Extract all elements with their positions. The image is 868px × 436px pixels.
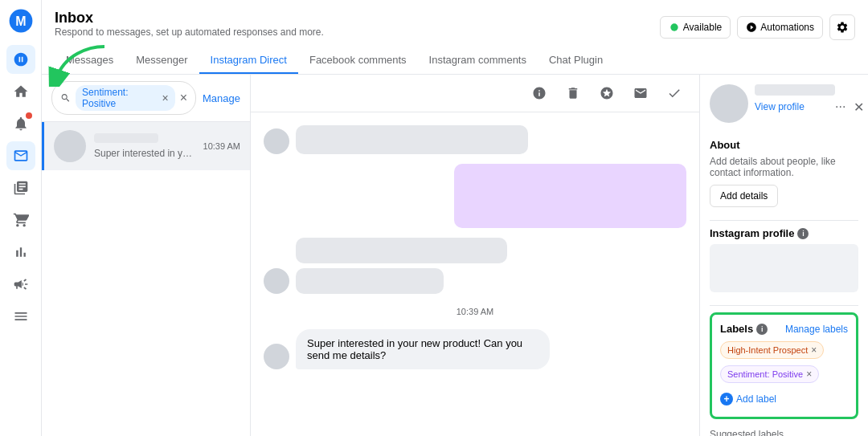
label-tag-remove-0[interactable]: × <box>811 344 817 356</box>
automations-button[interactable]: Automations <box>737 16 823 39</box>
close-panel-button[interactable]: ✕ <box>849 97 868 116</box>
tab-messenger[interactable]: Messenger <box>125 47 199 74</box>
info-toolbar-icon[interactable] <box>527 81 551 105</box>
instagram-profile-section: Instagram profile i <box>710 227 858 292</box>
meta-logo[interactable]: M <box>6 6 35 35</box>
label-tag-sentiment[interactable]: Sentiment: Positive × <box>720 365 819 383</box>
add-details-button[interactable]: Add details <box>710 185 778 207</box>
sidebar-item-notifications[interactable] <box>6 109 35 138</box>
labels-list: High-Intent Prospect × Sentiment: Positi… <box>720 341 848 386</box>
profile-top: View profile <box>710 84 835 123</box>
header-actions: Available Automations <box>660 14 855 40</box>
label-tag-text-0: High-Intent Prospect <box>727 345 808 355</box>
star-toolbar-icon[interactable] <box>595 81 619 105</box>
manage-labels-link[interactable]: Manage labels <box>785 324 848 335</box>
chat-messages: 10:39 AM Super interested in your new pr… <box>251 112 699 436</box>
divider-1 <box>710 220 858 221</box>
bubble-placeholder-2 <box>296 238 507 263</box>
suggested-labels-title: Suggested labels <box>710 429 858 436</box>
sidebar-item-messages[interactable] <box>6 45 35 74</box>
search-icon <box>60 92 71 104</box>
bubble-avatar-2 <box>264 268 289 294</box>
label-item-0: High-Intent Prospect × <box>720 341 848 362</box>
add-label-button[interactable]: + Add label <box>720 389 848 409</box>
chat-area: 10:39 AM Super interested in your new pr… <box>251 75 699 436</box>
tab-instagram-direct[interactable]: Instagram Direct <box>199 47 298 74</box>
add-label-plus-icon: + <box>720 393 733 405</box>
search-filter-tag[interactable]: Sentiment: Positive × <box>76 85 175 111</box>
profile-name-placeholder <box>755 84 835 96</box>
tab-chat-plugin[interactable]: Chat Plugin <box>538 47 614 74</box>
bubble-avatar-final <box>264 344 289 369</box>
labels-title: Labels i <box>720 323 768 335</box>
bubble-row-1 <box>264 125 686 154</box>
bubble-row-2 <box>264 164 686 228</box>
message-info: Super interested in your new produc... <box>94 133 195 159</box>
labels-title-text: Labels <box>720 323 753 335</box>
chat-timestamp: 10:39 AM <box>264 307 686 316</box>
view-profile-link[interactable]: View profile <box>755 101 805 112</box>
message-item[interactable]: Super interested in your new produc... 1… <box>42 122 250 170</box>
settings-button[interactable] <box>829 14 855 40</box>
more-options-button[interactable]: ··· <box>835 100 845 114</box>
sidebar-item-shop[interactable] <box>6 206 35 234</box>
sidebar-item-campaigns[interactable] <box>6 270 35 299</box>
instagram-profile-info-icon[interactable]: i <box>797 228 809 239</box>
inbox-title: Inbox <box>55 10 324 26</box>
search-clear-button[interactable]: × <box>180 92 187 104</box>
about-title: About <box>710 139 858 151</box>
delete-toolbar-icon[interactable] <box>561 81 585 105</box>
labels-info-icon[interactable]: i <box>756 324 768 335</box>
bubble-placeholder-sent <box>454 164 686 228</box>
check-toolbar-icon[interactable] <box>662 81 686 105</box>
last-message-text: Super interested in your new product! Ca… <box>307 337 522 361</box>
message-preview: Super interested in your new produc... <box>94 148 195 159</box>
automations-label: Automations <box>760 22 814 33</box>
available-label: Available <box>683 22 722 33</box>
manage-link[interactable]: Manage <box>203 92 240 104</box>
inbox-area: Inbox Respond to messages, set up automa… <box>42 0 868 436</box>
message-time: 10:39 AM <box>203 141 240 151</box>
sidebar-item-home[interactable] <box>6 77 35 106</box>
bubble-row-final: Super interested in your new product! Ca… <box>264 329 686 369</box>
divider-2 <box>710 305 858 306</box>
label-tag-text-1: Sentiment: Positive <box>727 369 803 379</box>
message-list: Sentiment: Positive × × Manage Super int… <box>42 75 251 436</box>
bubble-placeholder-3 <box>296 268 444 294</box>
instagram-profile-title-text: Instagram profile <box>710 227 794 239</box>
profile-avatar <box>710 84 748 123</box>
available-button[interactable]: Available <box>660 16 731 39</box>
label-tag-remove-1[interactable]: × <box>806 369 812 380</box>
inbox-header: Inbox Respond to messages, set up automa… <box>42 0 868 75</box>
profile-top-info: View profile <box>755 84 835 112</box>
search-input-wrapper[interactable]: Sentiment: Positive × × <box>51 81 196 115</box>
bubble-placeholder-1 <box>296 125 528 154</box>
bubble-row-3 <box>264 238 686 294</box>
tab-instagram-comments[interactable]: Instagram comments <box>418 47 538 74</box>
right-panel: View profile ··· ✕ About Add details abo… <box>699 75 868 436</box>
right-panel-header: View profile ··· ✕ <box>710 84 858 129</box>
svg-point-2 <box>670 23 678 31</box>
instagram-profile-title: Instagram profile i <box>710 227 858 239</box>
sidebar-item-analytics[interactable] <box>6 238 35 267</box>
inbox-subtitle: Respond to messages, set up automated re… <box>55 26 324 38</box>
label-tag-high-intent[interactable]: High-Intent Prospect × <box>720 341 824 359</box>
email-toolbar-icon[interactable] <box>628 81 653 105</box>
left-sidebar: M <box>0 0 42 436</box>
bubble-received-final: Super interested in your new product! Ca… <box>296 329 550 369</box>
svg-text:M: M <box>15 14 26 28</box>
search-filter-remove[interactable]: × <box>162 92 168 104</box>
notification-badge <box>26 112 32 119</box>
suggested-labels-section: Suggested labels New customer Important … <box>710 429 858 436</box>
about-section: About Add details about people, like con… <box>710 139 858 207</box>
instagram-profile-placeholder <box>710 244 858 292</box>
tab-messages[interactable]: Messages <box>55 47 125 74</box>
sidebar-item-more[interactable] <box>6 302 35 331</box>
search-filter-label: Sentiment: Positive <box>82 87 158 109</box>
labels-header: Labels i Manage labels <box>720 323 848 335</box>
sidebar-item-catalog[interactable] <box>6 173 35 202</box>
sender-name-placeholder <box>94 133 158 143</box>
labels-section: Labels i Manage labels High-Intent Prosp… <box>710 312 858 419</box>
sidebar-item-inbox[interactable] <box>6 141 35 170</box>
tab-facebook-comments[interactable]: Facebook comments <box>298 47 418 74</box>
